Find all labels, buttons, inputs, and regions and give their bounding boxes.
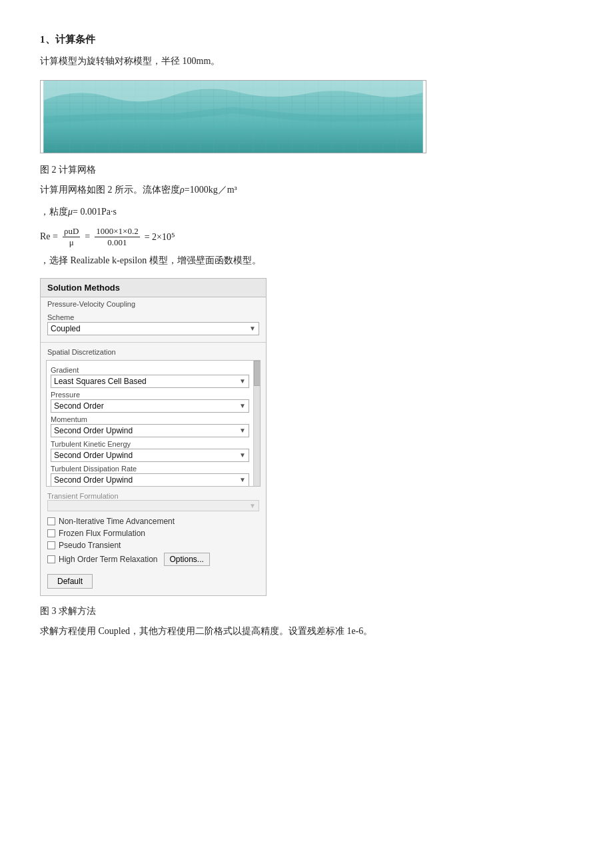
solution-methods-title: Solution Methods	[41, 279, 266, 297]
figure-2-mesh	[40, 80, 426, 153]
tke-value: Second Order Upwind	[54, 451, 237, 460]
checkbox-row-1: Non-Iterative Time Advancement	[41, 515, 266, 527]
spatial-disc-area[interactable]: Gradient Least Squares Cell Based ▼ Pres…	[46, 360, 261, 487]
scrollbar-thumb[interactable]	[254, 361, 261, 386]
tke-select[interactable]: Second Order Upwind ▼	[51, 449, 249, 462]
tdr-label: Turbulent Dissipation Rate	[51, 465, 249, 473]
checkbox-3[interactable]	[47, 541, 55, 549]
paragraph-2: 计算用网格如图 2 所示。流体密度ρ=1000kg／m³	[40, 181, 573, 198]
checkbox-1[interactable]	[47, 517, 55, 525]
re-result: = 2×10⁵	[145, 231, 175, 243]
scheme-dropdown-arrow: ▼	[249, 325, 256, 332]
pressure-select[interactable]: Second Order ▼	[51, 399, 249, 413]
checkbox-4-label: High Order Term Relaxation	[59, 555, 158, 564]
re-fraction: ρuD μ	[63, 226, 80, 248]
checkbox-2-label: Frozen Flux Formulation	[59, 529, 145, 538]
re-equals-1: =	[85, 231, 90, 242]
mu-symbol: μ	[68, 207, 73, 217]
paragraph-4: ，选择 Realizable k-epsilon 模型，增强壁面函数模型。	[40, 252, 573, 269]
gradient-label: Gradient	[51, 366, 249, 374]
pv-coupling-label: Pressure-Velocity Coupling	[41, 297, 266, 309]
gradient-select[interactable]: Least Squares Cell Based ▼	[51, 375, 249, 388]
paragraph-5: 求解方程使用 Coupled，其他方程使用二阶格式以提高精度。设置残差标准 1e…	[40, 623, 573, 639]
checkbox-2[interactable]	[47, 529, 55, 537]
gradient-value: Least Squares Cell Based	[54, 377, 237, 386]
tke-arrow: ▼	[239, 451, 246, 459]
reynolds-equation: Re = ρuD μ = 1000×1×0.2 0.001 = 2×10⁵	[40, 226, 573, 248]
solution-methods-panel: Solution Methods Pressure-Velocity Coupl…	[40, 278, 267, 596]
transient-select[interactable]: ▼	[47, 500, 259, 511]
re-num-val: 1000×1×0.2	[95, 226, 139, 237]
figure-3-caption: 图 3 求解方法	[40, 605, 573, 617]
scheme-value: Coupled	[51, 324, 247, 333]
scheme-label: Scheme	[47, 313, 259, 321]
momentum-label: Momentum	[51, 415, 249, 423]
re-fraction-2: 1000×1×0.2 0.001	[95, 226, 139, 248]
momentum-arrow: ▼	[239, 427, 246, 434]
paragraph-3: ，粘度μ= 0.001Pa·s	[40, 203, 573, 220]
re-den-val: 0.001	[106, 237, 128, 248]
pressure-arrow: ▼	[239, 402, 246, 409]
figure-2-caption: 图 2 计算网格	[40, 164, 573, 176]
spatial-disc-label: Spatial Discretization	[41, 345, 266, 357]
checkbox-3-label: Pseudo Transient	[59, 541, 121, 550]
scrollbar-track[interactable]	[253, 361, 260, 486]
tdr-arrow: ▼	[239, 476, 246, 483]
transient-arrow: ▼	[249, 502, 256, 509]
transient-label: Transient Formulation	[47, 492, 259, 500]
momentum-value: Second Order Upwind	[54, 426, 237, 435]
checkbox-row-3: Pseudo Transient	[41, 539, 266, 551]
checkbox-1-label: Non-Iterative Time Advancement	[59, 517, 175, 526]
pressure-value: Second Order	[54, 401, 237, 411]
checkbox-4[interactable]	[47, 555, 55, 563]
divider-1	[41, 342, 266, 343]
re-numerator: ρuD	[63, 226, 80, 237]
gradient-arrow: ▼	[239, 377, 246, 385]
scheme-select[interactable]: Coupled ▼	[47, 322, 259, 335]
tdr-select[interactable]: Second Order Upwind ▼	[51, 473, 249, 487]
re-denominator: μ	[68, 237, 75, 248]
default-button[interactable]: Default	[47, 574, 93, 589]
paragraph-1: 计算模型为旋转轴对称模型，半径 100mm。	[40, 53, 573, 69]
checkbox-row-2: Frozen Flux Formulation	[41, 527, 266, 539]
scheme-row: Scheme Coupled ▼	[41, 309, 266, 339]
transient-section: Transient Formulation ▼	[41, 489, 266, 515]
options-button[interactable]: Options...	[164, 553, 210, 566]
pressure-label: Pressure	[51, 391, 249, 399]
tke-label: Turbulent Kinetic Energy	[51, 440, 249, 448]
tdr-value: Second Order Upwind	[54, 475, 237, 485]
momentum-select[interactable]: Second Order Upwind ▼	[51, 424, 249, 437]
section-1-title: 1、计算条件	[40, 33, 573, 46]
checkbox-row-4: High Order Term Relaxation Options...	[41, 551, 266, 567]
default-btn-row: Default	[41, 567, 266, 595]
rho-symbol: ρ	[180, 185, 185, 195]
re-label: Re =	[40, 231, 58, 242]
